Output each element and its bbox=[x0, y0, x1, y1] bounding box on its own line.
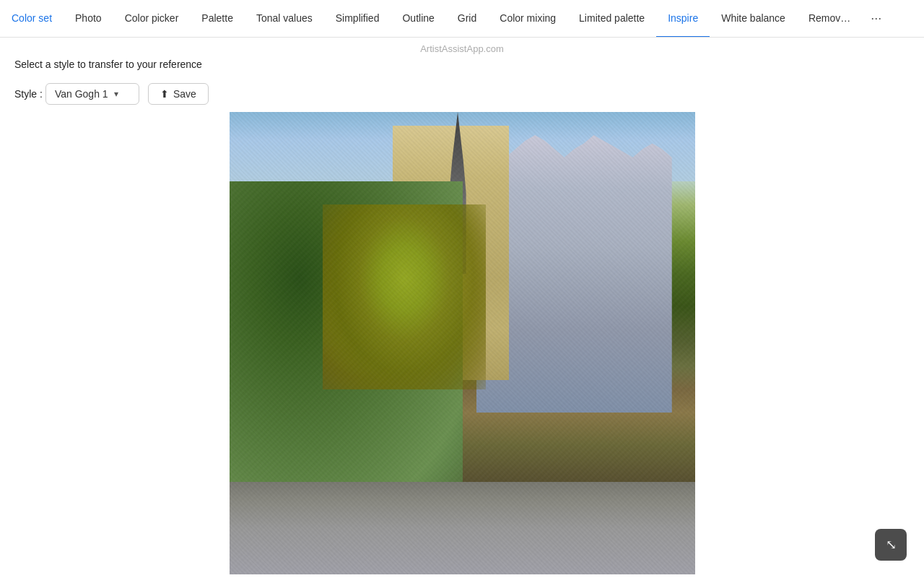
texture-overlay bbox=[230, 112, 695, 574]
save-button-label: Save bbox=[173, 88, 196, 100]
painting-background bbox=[230, 112, 695, 574]
nav-item-grid[interactable]: Grid bbox=[446, 0, 488, 38]
nav-item-remove[interactable]: Remov… bbox=[797, 0, 862, 38]
nav-item-limited-palette[interactable]: Limited palette bbox=[567, 0, 656, 38]
nav-item-inspire[interactable]: Inspire bbox=[656, 0, 710, 38]
nav-item-white-balance[interactable]: White balance bbox=[710, 0, 797, 38]
nav-item-palette[interactable]: Palette bbox=[190, 0, 245, 38]
nav-more-button[interactable]: ··· bbox=[862, 0, 890, 38]
nav-item-simplified[interactable]: Simplified bbox=[324, 0, 391, 38]
upload-icon: ⬆ bbox=[160, 88, 169, 100]
style-select[interactable]: Van Gogh 1 ▾ bbox=[45, 83, 139, 105]
style-select-value: Van Gogh 1 bbox=[55, 88, 108, 100]
nav-item-photo[interactable]: Photo bbox=[64, 0, 113, 38]
nav-item-tonal-values[interactable]: Tonal values bbox=[245, 0, 324, 38]
toolbar: Style : Van Gogh 1 ▾ ⬆ Save bbox=[0, 76, 924, 112]
image-container bbox=[230, 112, 695, 574]
chevron-down-icon: ▾ bbox=[114, 89, 118, 99]
nav-item-color-set[interactable]: Color set bbox=[0, 0, 64, 38]
nav-item-outline[interactable]: Outline bbox=[391, 0, 445, 38]
main-image bbox=[230, 112, 695, 574]
style-label: Style : bbox=[14, 88, 43, 100]
fullscreen-button[interactable]: ⤡ bbox=[875, 529, 907, 561]
nav-item-color-mixing[interactable]: Color mixing bbox=[488, 0, 567, 38]
save-button[interactable]: ⬆ Save bbox=[148, 83, 209, 105]
watermark: ArtistAssistApp.com bbox=[0, 38, 924, 59]
instructions: Select a style to transfer to your refer… bbox=[0, 59, 924, 76]
nav-item-color-picker[interactable]: Color picker bbox=[113, 0, 191, 38]
fullscreen-icon: ⤡ bbox=[886, 537, 897, 553]
nav-bar: Color setPhotoColor pickerPaletteTonal v… bbox=[0, 0, 924, 38]
